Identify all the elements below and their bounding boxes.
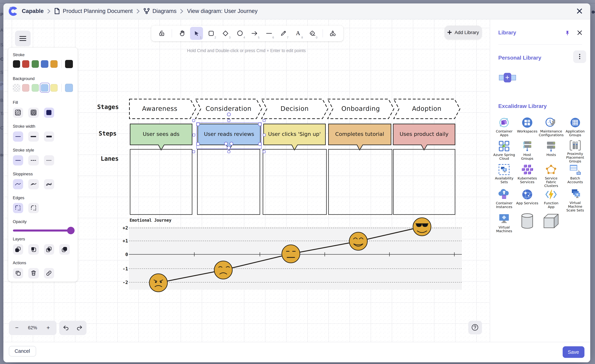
library-close-button[interactable] (577, 30, 582, 35)
library-item-kubernetes-services[interactable]: Kubernetes Services (516, 163, 539, 188)
library-item-batch-accounts[interactable]: Batch Accounts (564, 163, 587, 188)
background-color-blue[interactable] (41, 84, 48, 91)
stage-label[interactable]: Consideration (205, 105, 252, 112)
help-button[interactable] (468, 321, 482, 334)
stroke-color-orange[interactable] (50, 60, 58, 68)
stroke-color-red[interactable] (22, 60, 29, 68)
fill-solid-button[interactable] (44, 107, 54, 118)
sloppiness-artist-button[interactable] (28, 179, 39, 189)
delete-button[interactable] (28, 268, 39, 278)
breadcrumb-workspace[interactable]: Capable (22, 8, 44, 14)
stroke-style-solid-button[interactable] (13, 155, 23, 166)
edges-round-button[interactable] (28, 203, 39, 213)
library-item-app-services[interactable]: App Services (516, 188, 539, 212)
library-item-service-fabric-clusters[interactable]: Service Fabric Clusters (539, 163, 564, 188)
step-label[interactable]: User clicks 'Sign up' (268, 131, 321, 137)
edges-sharp-button[interactable] (13, 203, 23, 213)
tool-hand[interactable] (176, 27, 189, 40)
breadcrumb-diagrams[interactable]: Diagrams (152, 8, 177, 14)
library-item-cube[interactable] (539, 212, 564, 239)
stage-label[interactable]: Decision (280, 105, 309, 112)
bring-forward-button[interactable] (44, 244, 54, 254)
sloppiness-cartoonist-button[interactable] (44, 179, 54, 189)
library-item-function-app[interactable]: Function App (539, 188, 564, 212)
library-item-container-instances[interactable]: Container Instances (493, 188, 516, 212)
background-color-yellow[interactable] (50, 84, 58, 91)
library-item-workspaces[interactable]: Workspaces (516, 116, 539, 140)
save-button[interactable]: Save (562, 346, 584, 358)
tool-selection[interactable]: 1 (190, 27, 203, 40)
library-item-application-groups[interactable]: Application Groups (564, 116, 587, 140)
tool-ellipse[interactable]: 4 (234, 27, 246, 40)
link-button[interactable] (44, 268, 54, 278)
library-item-cylinder[interactable] (516, 212, 539, 239)
tool-line[interactable]: 6 (262, 27, 275, 40)
send-backward-button[interactable] (28, 244, 39, 254)
step-label[interactable]: User sees ads (143, 131, 179, 137)
stroke-color-green[interactable] (32, 60, 39, 68)
diagram-editor-modal: Capable Product Planning Document Diagra… (3, 3, 590, 362)
tool-eraser[interactable]: 0 (306, 27, 319, 40)
zoom-in-button[interactable]: + (45, 324, 52, 331)
pin-icon[interactable] (565, 30, 570, 35)
tool-shapes[interactable] (326, 27, 339, 40)
background-color-green[interactable] (32, 84, 39, 91)
stroke-width-bold-button[interactable] (28, 131, 39, 142)
bring-to-front-button[interactable] (59, 244, 70, 254)
step-label[interactable]: Uses product daily (399, 131, 448, 137)
stage-label[interactable]: Adoption (412, 105, 441, 112)
modal-close-button[interactable] (575, 7, 584, 15)
menu-button[interactable] (15, 31, 31, 46)
fill-hachure-button[interactable] (13, 107, 23, 118)
opacity-slider[interactable] (13, 227, 73, 234)
tool-shortcut: 7 (287, 36, 289, 39)
stage-label[interactable]: Awareness (142, 105, 177, 112)
opacity-thumb[interactable] (67, 227, 74, 234)
ytick-label: +1 (122, 238, 128, 244)
library-item-proximity-placement-groups[interactable]: Proximity Placement Groups (564, 140, 587, 163)
step-label[interactable]: User reads reviews (204, 131, 254, 137)
redo-button[interactable] (77, 325, 82, 330)
library-item-container-apps[interactable]: Container Apps (493, 116, 516, 140)
library-item-hosts[interactable]: Hosts (539, 140, 564, 163)
library-item-azure-spring-cloud[interactable]: Azure Spring Cloud (493, 140, 516, 163)
personal-library-menu-button[interactable] (573, 50, 586, 63)
tool-lock[interactable] (155, 27, 168, 40)
step-label[interactable]: Completes tutorial (335, 131, 384, 137)
zoom-level[interactable]: 62% (28, 325, 37, 330)
excalidraw-canvas[interactable]: Stages Steps Lanes Awareness Considerati… (3, 19, 489, 342)
sloppiness-architect-button[interactable] (13, 179, 23, 189)
breadcrumb-document[interactable]: Product Planning Document (63, 8, 133, 14)
tool-arrow[interactable]: 5 (248, 27, 261, 40)
background-color-pink[interactable] (22, 84, 29, 91)
stroke-width-thin-button[interactable] (13, 131, 23, 142)
fill-crosshatch-button[interactable] (28, 107, 39, 118)
library-item-virtual-machine-scale-sets[interactable]: Virtual Machine Scale Sets (564, 188, 587, 212)
swatch-divider (61, 84, 62, 92)
library-item-host-groups[interactable]: Host Groups (516, 140, 539, 163)
stroke-color-blue[interactable] (41, 60, 48, 68)
stage-label[interactable]: Onboarding (341, 105, 380, 112)
tool-draw[interactable]: 7 (277, 27, 290, 40)
duplicate-button[interactable] (13, 268, 23, 278)
stroke-width-extrabold-button[interactable] (44, 131, 54, 142)
stroke-color-black[interactable] (13, 60, 20, 68)
stroke-style-dashed-button[interactable] (28, 155, 39, 166)
tool-rectangle[interactable]: 2 (205, 27, 218, 40)
tool-shortcut: 6 (272, 36, 274, 39)
stroke-style-dotted-button[interactable] (44, 155, 54, 166)
personal-library-item[interactable] (499, 73, 516, 82)
stroke-current-color[interactable] (65, 60, 73, 68)
send-to-back-button[interactable] (13, 244, 23, 254)
library-item-availability-sets[interactable]: Availability Sets (493, 163, 516, 188)
background-color-transparent[interactable] (13, 84, 20, 91)
undo-button[interactable] (63, 325, 69, 330)
zoom-out-button[interactable]: − (14, 324, 20, 331)
background-current-color[interactable] (65, 84, 73, 92)
add-library-button[interactable]: Add Library (444, 25, 482, 39)
cancel-button[interactable]: Cancel (9, 346, 36, 356)
tool-diamond[interactable]: 3 (219, 27, 232, 40)
library-item-virtual-machines[interactable]: Virtual Machines (493, 212, 516, 239)
tool-text[interactable]: A 8 (291, 27, 304, 40)
library-item-maintenance-configurations[interactable]: Maintenance Configurations (539, 116, 564, 140)
